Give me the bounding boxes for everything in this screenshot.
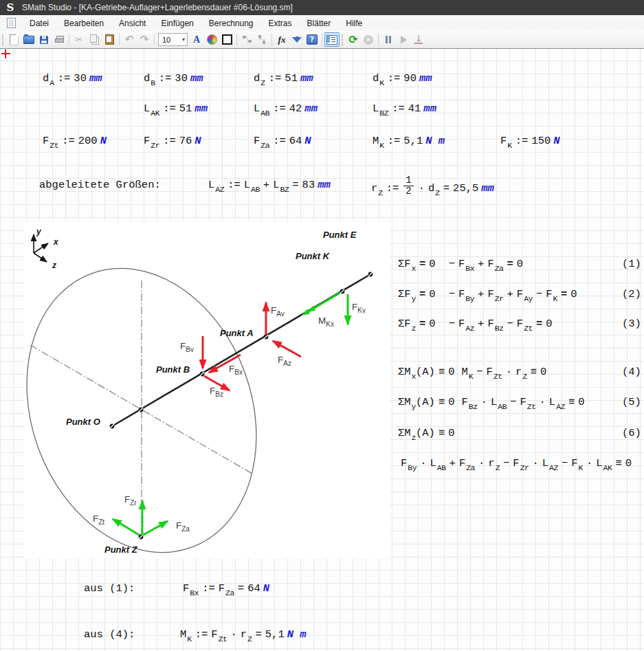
label-punkt-a: Punkt A	[220, 328, 254, 338]
marker-point-z	[139, 535, 144, 540]
math-region-def-FZr[interactable]: FZr:=76N	[144, 135, 201, 152]
math-region-def-LAK[interactable]: LAK:=51mm	[144, 102, 208, 120]
label-punkt-o: Punkt O	[66, 417, 100, 427]
axis-label-y: y	[36, 227, 42, 236]
math-region-eq-moment-z[interactable]: FBy·LAB+FZa·rZ−FZr·LAZ−FK·LAK≡0	[401, 457, 632, 474]
math-region-result-MK[interactable]: MK:=FZt·rZ=5,1N m	[180, 628, 307, 646]
math-region-def-dK[interactable]: dK:=90mm	[373, 72, 432, 89]
marker-point-b	[200, 372, 205, 377]
math-region-eq-num-1[interactable]: (1)	[622, 258, 641, 271]
math-region-eq-num-2[interactable]: (2)	[622, 288, 641, 301]
marker-point-e	[368, 272, 373, 277]
marker-point-o	[110, 424, 115, 429]
math-region-label-aus-1[interactable]: aus (1):	[84, 582, 135, 595]
math-region-def-FZa[interactable]: FZa:=64N	[254, 135, 311, 152]
axis-label-x: x	[53, 237, 59, 247]
math-region-eq-sum-mx[interactable]: ΣMx(A)≡0MK−FZt·rZ≡0	[398, 366, 546, 383]
math-region-eq-sum-my[interactable]: ΣMy(A)≡0FBz·LAB−FZt·LAZ≡0	[398, 396, 585, 413]
math-region-eq-sum-mz[interactable]: ΣMz(A)≡0	[398, 427, 455, 444]
math-region-eq-sum-fz[interactable]: ΣFz=0−FAz+FBz−FZt=0	[398, 318, 553, 335]
math-region-def-dB[interactable]: dB:=30mm	[144, 72, 203, 89]
math-region-eq-num-5[interactable]: (5)	[622, 396, 641, 409]
math-region-def-rZ[interactable]: rZ:=12·dZ=25,5mm	[371, 177, 494, 199]
free-body-diagram[interactable]: y x z	[24, 221, 390, 558]
math-region-def-dZ[interactable]: dZ:=51mm	[254, 72, 313, 89]
math-region-def-dA[interactable]: dA:=30mm	[43, 72, 102, 89]
math-region-def-MK[interactable]: MK:=5,1N m	[373, 135, 445, 152]
math-region-eq-num-6[interactable]: (6)	[622, 427, 641, 440]
math-region-eq-sum-fx[interactable]: ΣFx=0−FBx+FZa=0	[398, 258, 523, 275]
diagram-background	[24, 221, 390, 558]
axis-label-z: z	[52, 261, 56, 270]
math-region-def-LBZ[interactable]: LBZ:=41mm	[373, 102, 436, 120]
math-region-eq-num-4[interactable]: (4)	[622, 366, 641, 379]
smath-studio-window: { "window": { "title": "SMath Studio - […	[0, 0, 644, 651]
label-punkt-b: Punkt B	[156, 364, 190, 375]
math-region-eq-num-3[interactable]: (3)	[622, 318, 641, 331]
math-region-label-aus-4[interactable]: aus (4):	[84, 628, 135, 641]
math-region-def-FZt[interactable]: FZt:=200N	[43, 135, 107, 152]
math-region-def-LAZ[interactable]: LAZ:=LAB+LBZ=83mm	[208, 179, 331, 196]
marker-point-k	[340, 289, 345, 294]
label-punkt-e: Punkt E	[323, 230, 357, 240]
math-region-def-LAB[interactable]: LAB:=42mm	[254, 102, 318, 120]
label-punkt-k: Punkt K	[296, 251, 331, 261]
marker-point-a	[264, 335, 269, 340]
math-region-eq-sum-fy[interactable]: ΣFy=0−FBy+FZr+FAy−FK=0	[398, 288, 577, 305]
worksheet-canvas[interactable]: dA:=30mmdB:=30mmdZ:=51mmdK:=90mmLAK:=51m…	[0, 49, 644, 651]
label-punkt-z: Punkt Z	[104, 544, 138, 555]
math-region-label-derived[interactable]: abgeleitete Größen:	[39, 179, 161, 192]
math-region-result-FBx[interactable]: FBx:=FZa=64N	[183, 582, 269, 599]
math-region-def-FK[interactable]: FK:=150N	[500, 135, 560, 152]
marker-point-center	[139, 408, 144, 412]
